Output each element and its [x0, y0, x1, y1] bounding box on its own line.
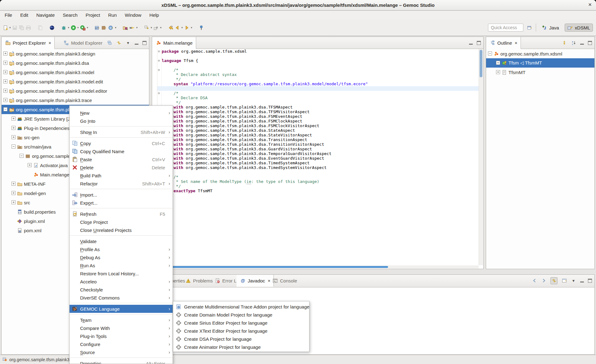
- expand-toggle[interactable]: +: [3, 98, 7, 102]
- expand-toggle[interactable]: +: [11, 200, 16, 204]
- collapse-all-icon[interactable]: [107, 40, 112, 46]
- tree-row[interactable]: +TfsmMT: [486, 68, 594, 77]
- open-search-folder-button[interactable]: [122, 23, 129, 32]
- menu-item-copy[interactable]: CopyCtrl+C: [70, 139, 173, 147]
- new-gemoc-language-project-button[interactable]: GT: [94, 23, 101, 32]
- submenu-item-generate-multidimensional-trace[interactable]: Generate Multidimensional Trace Addon pr…: [173, 303, 309, 311]
- menu-item-refresh[interactable]: RefreshF5: [70, 210, 173, 218]
- menu-help[interactable]: Help: [145, 11, 163, 19]
- fold-marker-icon[interactable]: ⊖: [157, 91, 161, 95]
- menu-search[interactable]: Search: [59, 11, 82, 19]
- tab-close-icon[interactable]: ×: [514, 41, 517, 45]
- code-editor[interactable]: ⊖package org.gemoc.sample.tfsm.xdsml⊖lan…: [152, 49, 479, 265]
- menu-item-acceleo[interactable]: Acceleo›: [70, 277, 173, 286]
- open-perspective-button[interactable]: [526, 23, 533, 32]
- submenu-item-create-dsa-project[interactable]: Create DSA Project for language: [173, 335, 309, 343]
- maximize-icon[interactable]: [477, 41, 481, 45]
- back-icon[interactable]: [532, 278, 537, 283]
- minimize-icon[interactable]: [580, 44, 584, 45]
- menu-run[interactable]: Run: [104, 11, 121, 19]
- menu-edit[interactable]: Edit: [16, 11, 32, 19]
- submenu-item-create-animator-project[interactable]: Create Animator Project for language: [173, 343, 309, 351]
- tab-project-explorer[interactable]: Project Explorer×: [2, 37, 55, 49]
- menu-project[interactable]: Project: [82, 11, 104, 19]
- expand-toggle[interactable]: +: [28, 163, 32, 167]
- menu-item-properties[interactable]: PropertiesAlt+Enter: [70, 359, 173, 364]
- perspective-xdsml[interactable]: xDSML: [565, 24, 593, 32]
- perspective-java[interactable]: JJava: [539, 24, 562, 32]
- external-tools-button[interactable]: [79, 23, 86, 32]
- menu-item-profile-as[interactable]: Profile As›: [70, 245, 173, 253]
- menu-item-close-unrelated-projects[interactable]: Close Unrelated Projects: [70, 226, 173, 234]
- chevron-down-icon[interactable]: ▾: [9, 26, 11, 29]
- expand-toggle[interactable]: +: [3, 79, 7, 83]
- collapse-toggle[interactable]: −: [11, 144, 16, 149]
- menu-item-compare-with[interactable]: Compare With›: [70, 324, 173, 332]
- menu-item-close-project[interactable]: Close Project: [70, 218, 173, 226]
- tree-row[interactable]: +Tfsm ◁ TfsmMT: [486, 58, 594, 68]
- maximize-icon[interactable]: [142, 41, 147, 45]
- minimize-icon[interactable]: [135, 44, 138, 45]
- tree-row[interactable]: +org.gemoc.sample.tfsm.plaink3.model: [2, 68, 149, 77]
- previous-annotation-button[interactable]: [153, 23, 160, 32]
- tree-row[interactable]: −org.gemoc.sample.tfsm.xdsml: [486, 49, 594, 58]
- horizontal-scroll-thumb[interactable]: [153, 266, 388, 268]
- expand-toggle[interactable]: +: [11, 117, 16, 121]
- menu-item-restore-from-local-history[interactable]: Restore from Local History...: [70, 269, 173, 277]
- expand-toggle[interactable]: +: [3, 61, 7, 65]
- new-wizard-button[interactable]: [2, 23, 9, 32]
- run-button[interactable]: [70, 23, 77, 32]
- forward-history-button[interactable]: [183, 23, 190, 32]
- fold-marker-icon[interactable]: ⊖: [157, 58, 161, 63]
- expand-toggle[interactable]: +: [3, 89, 7, 93]
- link-with-editor-icon[interactable]: [116, 40, 121, 46]
- menu-item-show-in[interactable]: Show InShift+Alt+W›: [70, 128, 173, 136]
- expand-toggle[interactable]: +: [11, 135, 16, 139]
- tree-row[interactable]: +org.gemoc.sample.tfsm.plaink3.model.edi…: [2, 86, 149, 95]
- expand-toggle[interactable]: +: [11, 191, 16, 195]
- expand-toggle[interactable]: +: [11, 182, 16, 186]
- tab-outline[interactable]: Outline×: [486, 37, 521, 49]
- tab-close-icon[interactable]: ×: [48, 41, 51, 45]
- chevron-down-icon[interactable]: ▾: [190, 26, 193, 29]
- submenu-item-create-sirius-editor[interactable]: Create Sirius Editor Project for languag…: [173, 319, 309, 327]
- tree-row[interactable]: +org.gemoc.sample.tfsm.plaink3.design: [2, 49, 149, 58]
- minimize-icon[interactable]: [469, 44, 473, 45]
- fold-marker-icon[interactable]: ⊖: [157, 49, 161, 54]
- collapse-toggle[interactable]: −: [20, 154, 24, 158]
- focus-icon[interactable]: [562, 40, 567, 46]
- menu-navigate[interactable]: Navigate: [32, 11, 59, 19]
- menu-item-go-into[interactable]: Go Into: [70, 117, 173, 125]
- editor-horizontal-scrollbar[interactable]: [152, 265, 479, 269]
- chevron-down-icon[interactable]: ▾: [181, 26, 183, 29]
- minimize-icon[interactable]: [580, 282, 584, 282]
- menu-item-run-as[interactable]: Run As›: [70, 261, 173, 269]
- forward-icon[interactable]: [541, 278, 546, 283]
- menu-item-team[interactable]: Team›: [70, 316, 173, 324]
- menu-item-gemoc-language[interactable]: GEMOC Language›: [70, 305, 173, 313]
- chevron-down-icon[interactable]: ▾: [114, 26, 117, 29]
- checkstyle-button[interactable]: C: [107, 23, 114, 32]
- maximize-icon[interactable]: [588, 41, 592, 45]
- submenu-item-create-xtext-editor[interactable]: Create XText Editor Project for language: [173, 327, 309, 335]
- chevron-down-icon[interactable]: ▾: [160, 26, 162, 29]
- menu-item-source[interactable]: Source›: [70, 348, 173, 356]
- menu-item-delete[interactable]: DeleteDelete: [70, 163, 173, 171]
- back-history-button[interactable]: [174, 23, 181, 32]
- sort-icon[interactable]: az: [571, 40, 576, 46]
- menu-item-refactor[interactable]: RefactorShift+Alt+T›: [70, 180, 173, 188]
- menu-item-plug-in-tools[interactable]: Plug-in Tools›: [70, 332, 173, 340]
- debug-button[interactable]: [61, 23, 67, 32]
- menu-item-debug-as[interactable]: Debug As›: [70, 253, 173, 261]
- expand-toggle[interactable]: +: [496, 61, 500, 65]
- tab-javadoc[interactable]: @Javadoc×: [237, 275, 274, 287]
- menu-item-export[interactable]: Export...: [70, 199, 173, 207]
- tab-console[interactable]: Console: [269, 275, 300, 286]
- chevron-down-icon[interactable]: ▾: [67, 26, 70, 29]
- tab-main-melange[interactable]: Main.melange: [152, 37, 196, 49]
- quick-access-input[interactable]: [488, 24, 523, 32]
- chevron-down-icon[interactable]: ▾: [77, 26, 79, 29]
- web-browser-button[interactable]: [49, 23, 56, 32]
- view-menu-icon[interactable]: ▾: [571, 278, 576, 283]
- outline-tree[interactable]: −org.gemoc.sample.tfsm.xdsml+Tfsm ◁ Tfsm…: [486, 49, 594, 269]
